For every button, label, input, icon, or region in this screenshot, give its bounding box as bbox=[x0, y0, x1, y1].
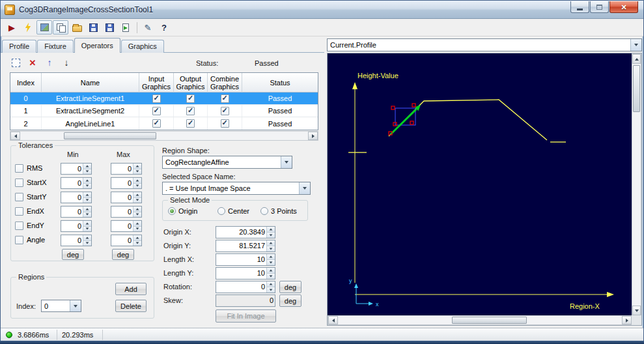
delete-region-button[interactable]: Delete bbox=[115, 300, 147, 312]
radio-origin[interactable]: Origin bbox=[168, 207, 197, 215]
region-arrow[interactable] bbox=[391, 109, 416, 134]
scroll-down-button[interactable] bbox=[632, 306, 641, 315]
scrollbar-thumb[interactable] bbox=[64, 132, 156, 139]
startx-max-spinner[interactable]: 0 bbox=[111, 177, 142, 189]
rms-min-spinner[interactable]: 0 bbox=[61, 163, 92, 175]
region-index-dropdown[interactable]: 0 bbox=[41, 300, 81, 312]
radio-3-points[interactable]: 3 Points bbox=[260, 207, 297, 215]
region-shape-dropdown[interactable]: CogRectangleAffine bbox=[162, 156, 292, 169]
radio-center[interactable]: Center bbox=[217, 207, 249, 215]
open-button[interactable] bbox=[69, 20, 85, 35]
max-deg-button[interactable]: deg bbox=[112, 249, 134, 260]
spin-up-icon[interactable] bbox=[267, 254, 275, 259]
spin-down-icon[interactable] bbox=[267, 287, 275, 293]
chevron-down-icon[interactable] bbox=[630, 39, 641, 51]
run-button[interactable]: ▶ bbox=[4, 20, 20, 35]
scroll-right-button[interactable] bbox=[308, 132, 318, 140]
spin-up-icon[interactable] bbox=[267, 240, 275, 246]
input-graphics-checkbox[interactable] bbox=[152, 94, 161, 103]
move-up-button[interactable]: ↑ bbox=[42, 56, 57, 69]
length-y-field[interactable]: 10 bbox=[216, 267, 275, 280]
scroll-right-button[interactable] bbox=[622, 316, 632, 324]
help-button[interactable]: ? bbox=[156, 20, 172, 35]
spin-up-icon[interactable] bbox=[267, 281, 275, 287]
spin-down-icon[interactable] bbox=[133, 183, 141, 189]
region-handle[interactable] bbox=[391, 106, 395, 109]
spin-down-icon[interactable] bbox=[83, 226, 91, 232]
run-electric-button[interactable] bbox=[20, 20, 36, 35]
origin-y-field[interactable]: 81.5217 bbox=[216, 240, 275, 252]
spin-up-icon[interactable] bbox=[83, 192, 91, 197]
length-x-field[interactable]: 10 bbox=[216, 253, 275, 266]
input-graphics-checkbox[interactable] bbox=[152, 119, 161, 128]
tab-profile[interactable]: Profile bbox=[2, 40, 36, 53]
delete-operator-button[interactable]: ✕ bbox=[25, 56, 40, 69]
scroll-left-button[interactable] bbox=[328, 316, 338, 324]
origin-x-field[interactable]: 20.3849 bbox=[216, 226, 275, 238]
close-button[interactable]: ✕ bbox=[609, 1, 638, 13]
spin-up-icon[interactable] bbox=[83, 207, 91, 212]
tab-fixture[interactable]: Fixture bbox=[37, 40, 74, 53]
table-row[interactable]: 2 AngleLineLine1 Passed bbox=[10, 117, 318, 130]
selected-space-dropdown[interactable]: . = Use Input Image Space bbox=[162, 182, 311, 195]
table-row[interactable]: 0 ExtractLineSegment1 Passed bbox=[10, 93, 318, 105]
spin-up-icon[interactable] bbox=[133, 207, 141, 212]
starty-checkbox[interactable] bbox=[15, 193, 23, 201]
save-button[interactable] bbox=[85, 20, 101, 35]
add-operator-button[interactable] bbox=[8, 56, 23, 69]
spin-up-icon[interactable] bbox=[83, 178, 91, 183]
angle-max-spinner[interactable]: 0 bbox=[111, 235, 142, 246]
scroll-left-button[interactable] bbox=[10, 132, 20, 140]
spin-down-icon[interactable] bbox=[133, 212, 141, 218]
spin-down-icon[interactable] bbox=[133, 226, 141, 232]
angle-min-spinner[interactable]: 0 bbox=[61, 235, 92, 246]
combine-graphics-checkbox[interactable] bbox=[221, 107, 229, 115]
display-vertical-scrollbar[interactable] bbox=[632, 53, 641, 316]
output-graphics-checkbox[interactable] bbox=[186, 94, 195, 103]
spin-up-icon[interactable] bbox=[133, 164, 141, 169]
endy-checkbox[interactable] bbox=[15, 222, 23, 230]
spin-down-icon[interactable] bbox=[83, 197, 91, 203]
spin-down-icon[interactable] bbox=[83, 212, 91, 218]
spin-down-icon[interactable] bbox=[133, 197, 141, 203]
scroll-up-button[interactable] bbox=[632, 54, 641, 64]
chevron-down-icon[interactable] bbox=[299, 182, 310, 194]
save-as-button[interactable] bbox=[102, 20, 117, 35]
record-selector-dropdown[interactable]: Current.Profile bbox=[327, 38, 642, 51]
spin-up-icon[interactable] bbox=[83, 235, 91, 240]
copy-results-button[interactable] bbox=[53, 20, 68, 35]
spin-up-icon[interactable] bbox=[133, 235, 141, 240]
spin-up-icon[interactable] bbox=[133, 178, 141, 183]
table-row[interactable]: 1 ExtractLineSegment2 Passed bbox=[10, 105, 318, 117]
skew-deg-button[interactable]: deg bbox=[279, 294, 301, 307]
input-graphics-checkbox[interactable] bbox=[152, 107, 161, 115]
output-graphics-checkbox[interactable] bbox=[186, 119, 195, 128]
app-icon[interactable] bbox=[5, 5, 15, 15]
rotation-field[interactable]: 0 bbox=[216, 281, 275, 293]
startx-checkbox[interactable] bbox=[15, 179, 23, 187]
chevron-down-icon[interactable] bbox=[281, 156, 292, 168]
endx-min-spinner[interactable]: 0 bbox=[61, 206, 92, 218]
add-region-button[interactable]: Add bbox=[115, 283, 147, 295]
rms-max-spinner[interactable]: 0 bbox=[111, 163, 142, 175]
region-rectangle[interactable] bbox=[395, 108, 415, 125]
spin-down-icon[interactable] bbox=[83, 183, 91, 189]
spin-up-icon[interactable] bbox=[267, 227, 275, 232]
region-handle[interactable] bbox=[412, 104, 415, 107]
show-image-toggle[interactable] bbox=[36, 20, 52, 35]
chevron-down-icon[interactable] bbox=[70, 300, 81, 311]
spin-down-icon[interactable] bbox=[267, 259, 275, 265]
scrollbar-thumb[interactable] bbox=[633, 65, 640, 112]
minimize-button[interactable] bbox=[570, 1, 589, 13]
spin-down-icon[interactable] bbox=[133, 169, 141, 175]
signature-button[interactable]: ✎ bbox=[140, 20, 156, 35]
endy-max-spinner[interactable]: 0 bbox=[111, 220, 142, 232]
display-horizontal-scrollbar[interactable] bbox=[328, 315, 632, 325]
combine-graphics-checkbox[interactable] bbox=[221, 94, 229, 103]
spin-up-icon[interactable] bbox=[133, 221, 141, 226]
spin-up-icon[interactable] bbox=[83, 164, 91, 169]
spin-down-icon[interactable] bbox=[83, 240, 91, 246]
maximize-button[interactable] bbox=[590, 1, 609, 13]
starty-max-spinner[interactable]: 0 bbox=[111, 192, 142, 203]
spin-down-icon[interactable] bbox=[267, 246, 275, 251]
